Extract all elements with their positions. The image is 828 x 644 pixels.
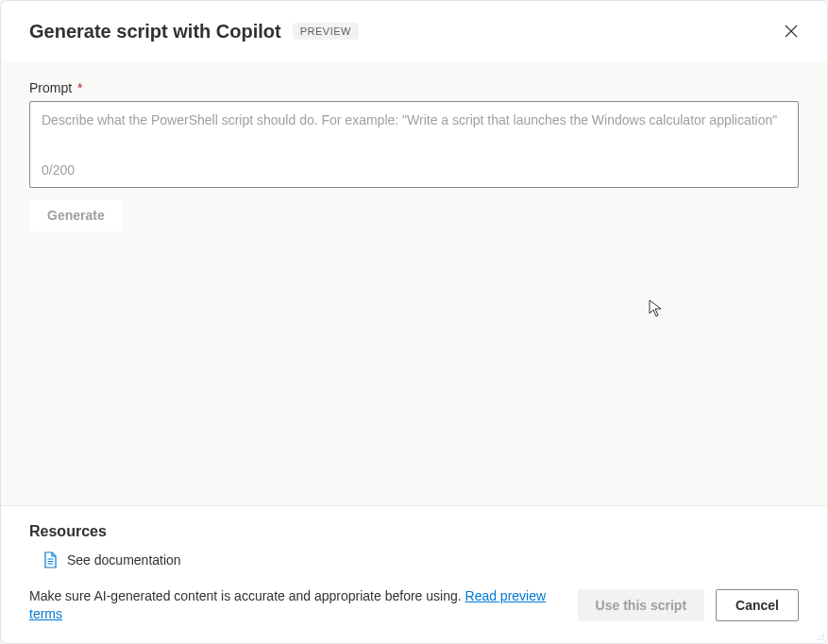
prompt-label: Prompt * xyxy=(29,80,799,95)
svg-point-0 xyxy=(822,633,824,635)
use-script-button[interactable]: Use this script xyxy=(578,589,704,621)
resize-grip-icon xyxy=(816,632,825,641)
preview-badge: PREVIEW xyxy=(293,23,359,40)
prompt-box: 0/200 xyxy=(29,101,799,188)
generate-button[interactable]: Generate xyxy=(29,199,123,231)
copilot-script-dialog: Generate script with Copilot PREVIEW Pro… xyxy=(0,0,828,644)
svg-point-4 xyxy=(820,638,821,640)
cancel-button[interactable]: Cancel xyxy=(716,589,799,621)
dialog-header: Generate script with Copilot PREVIEW xyxy=(1,1,827,61)
disclaimer-main: Make sure AI-generated content is accura… xyxy=(29,588,465,603)
documentation-link-text: See documentation xyxy=(67,552,181,568)
close-icon xyxy=(784,24,799,39)
footer-row: Make sure AI-generated content is accura… xyxy=(29,587,799,624)
svg-point-5 xyxy=(822,638,824,640)
required-indicator: * xyxy=(77,80,82,95)
char-counter: 0/200 xyxy=(42,162,786,178)
resources-title: Resources xyxy=(29,523,799,540)
prompt-label-text: Prompt xyxy=(29,80,72,95)
dialog-footer: Resources See documentation Make sure AI… xyxy=(1,505,827,643)
document-icon xyxy=(42,551,58,568)
svg-point-1 xyxy=(820,636,821,637)
prompt-input[interactable] xyxy=(42,111,786,149)
svg-point-2 xyxy=(822,636,824,637)
documentation-link[interactable]: See documentation xyxy=(42,551,181,568)
svg-point-3 xyxy=(817,638,819,640)
disclaimer-text: Make sure AI-generated content is accura… xyxy=(29,587,566,624)
dialog-content: Prompt * 0/200 Generate xyxy=(1,61,827,505)
dialog-title: Generate script with Copilot xyxy=(29,21,281,42)
close-button[interactable] xyxy=(778,18,804,44)
